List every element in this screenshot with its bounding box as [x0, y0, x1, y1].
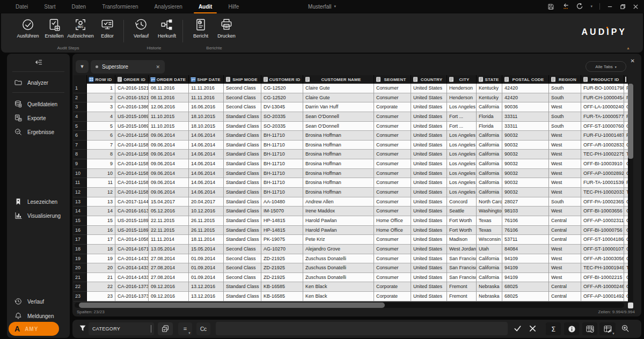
table-cell[interactable]: 09.06.2014: [149, 159, 189, 169]
table-cell[interactable]: 94109: [502, 254, 549, 264]
table-cell[interactable]: Brosina Hoffman: [303, 159, 374, 169]
table-cell[interactable]: Ken Black: [303, 292, 374, 301]
table-cell[interactable]: CA-2014-167164: [115, 245, 149, 254]
table-cell[interactable]: CA-2016-137330: [115, 282, 149, 292]
panel-close-icon[interactable]: ✕: [631, 58, 635, 64]
table-cell[interactable]: 09.12.2016: [149, 282, 189, 292]
table-cell[interactable]: 11: [87, 178, 115, 188]
ribbon-collapse-icon[interactable]: ▲: [626, 46, 630, 50]
table-cell[interactable]: United States: [411, 235, 447, 245]
horizontal-scrollbar[interactable]: [75, 303, 624, 308]
table-cell[interactable]: CA-2016-152156: [115, 84, 149, 93]
table-row[interactable]: 1717CA-2014-10589311.11.201418.11.2014St…: [74, 235, 628, 245]
table-row[interactable]: 77CA-2014-11581209.06.201414.06.2014Stan…: [74, 141, 628, 150]
table-cell[interactable]: Nebraska: [477, 292, 502, 301]
table-cell[interactable]: CA-2014-115812: [115, 188, 149, 197]
print-button[interactable]: Drucken: [214, 18, 239, 43]
redo-options-chevron-icon[interactable]: ▾: [590, 4, 592, 9]
table-cell[interactable]: Fort ...: [447, 122, 477, 131]
tab-superstore[interactable]: Superstore ✕: [91, 60, 165, 73]
sidebar-item-visualisierung[interactable]: Visualisierung: [7, 209, 70, 222]
table-cell[interactable]: United States: [411, 169, 447, 179]
table-cell[interactable]: 08.11.2016: [149, 93, 189, 103]
table-cell[interactable]: United States: [411, 245, 447, 254]
table-cell[interactable]: 12.06.2016: [149, 102, 189, 112]
vertical-scrollbar[interactable]: [628, 84, 633, 301]
table-cell[interactable]: Consumer: [374, 93, 411, 103]
table-cell[interactable]: West: [549, 273, 581, 283]
table-cell[interactable]: OFF-AP-10002311: [581, 216, 624, 226]
table-cell[interactable]: California: [477, 263, 502, 273]
table-cell[interactable]: Standard Class: [224, 282, 261, 292]
table-cell[interactable]: 10: [87, 169, 115, 179]
table-cell[interactable]: 27.08.2014: [149, 254, 189, 264]
table-cell[interactable]: 11.10.2015: [149, 122, 189, 131]
zoom-icon[interactable]: [621, 324, 630, 333]
table-cell[interactable]: 90032: [502, 131, 549, 141]
table-cell[interactable]: California: [477, 102, 502, 112]
table-cell[interactable]: 05.12.2016: [149, 207, 189, 216]
table-cell[interactable]: BH-11710: [261, 169, 303, 179]
table-cell[interactable]: Brosina Hoffman: [303, 169, 374, 179]
table-cell[interactable]: OFF-AP-10002892: [581, 169, 624, 179]
table-cell[interactable]: 28027: [502, 197, 549, 207]
table-cell[interactable]: Zuschuss Donatelli: [303, 263, 374, 273]
table-cell[interactable]: 90036: [502, 102, 549, 112]
table-cell[interactable]: 6: [87, 131, 115, 141]
table-cell[interactable]: United States: [411, 159, 447, 169]
table-cell[interactable]: 09.06.2014: [149, 169, 189, 179]
table-cell[interactable]: TEC-PH-10002275: [581, 150, 624, 159]
table-cell[interactable]: West: [549, 159, 581, 169]
table-cell[interactable]: West: [549, 263, 581, 273]
table-cell[interactable]: West: [549, 141, 581, 150]
table-cell[interactable]: CA-2016-161389: [115, 207, 149, 216]
table-cell[interactable]: Los Angeles: [447, 102, 477, 112]
table-cell[interactable]: Standard Class: [224, 178, 261, 188]
table-cell[interactable]: South: [549, 197, 581, 207]
table-cell[interactable]: Consumer: [374, 254, 411, 264]
table-cell[interactable]: Fort Worth: [447, 226, 477, 235]
table-cell[interactable]: OFF-ST-10004186: [581, 235, 624, 245]
table-cell[interactable]: Standard Class: [224, 226, 261, 235]
record-button[interactable]: REC Aufzeichnen: [68, 18, 93, 43]
table-cell[interactable]: ZD-21925: [261, 254, 303, 264]
table-cell[interactable]: 16: [87, 226, 115, 235]
table-edit-button[interactable]: ▼: [599, 322, 616, 335]
table-cell[interactable]: BH-11710: [261, 150, 303, 159]
table-cell[interactable]: US-2015-118983: [115, 216, 149, 226]
sidebar-item-verlauf[interactable]: Verlauf: [7, 295, 70, 308]
table-cell[interactable]: Consumer: [374, 197, 411, 207]
table-cell[interactable]: Central: [549, 226, 581, 235]
table-cell[interactable]: 14.06.2014: [189, 159, 224, 169]
close-icon[interactable]: [633, 4, 639, 10]
table-cell[interactable]: Consumer: [374, 207, 411, 216]
table-cell[interactable]: 18.11.2014: [189, 235, 224, 245]
table-cell[interactable]: United States: [411, 263, 447, 273]
tab-close-icon[interactable]: ✕: [156, 64, 160, 70]
table-cell[interactable]: 10.12.2016: [189, 207, 224, 216]
table-cell[interactable]: 94109: [502, 273, 549, 283]
table-cell[interactable]: United States: [411, 216, 447, 226]
case-selector[interactable]: Musterfall ▾: [308, 0, 336, 13]
table-cell[interactable]: United States: [411, 84, 447, 93]
table-cell[interactable]: 26.11.2015: [189, 216, 224, 226]
table-cell[interactable]: Ken Black: [303, 282, 374, 292]
table-cell[interactable]: Sean O'Donnell: [303, 122, 374, 131]
table-cell[interactable]: OFF-AR-10002833: [581, 141, 624, 150]
table-cell[interactable]: Consumer: [374, 122, 411, 131]
table-cell[interactable]: Los Angeles: [447, 188, 477, 197]
table-cell[interactable]: FUR-TA-10001539: [581, 178, 624, 188]
table-cell[interactable]: Nebraska: [477, 282, 502, 292]
table-cell[interactable]: California: [477, 188, 502, 197]
menu-item-analysieren[interactable]: Analysieren: [153, 2, 184, 12]
table-cell[interactable]: Los Angeles: [447, 131, 477, 141]
table-cell[interactable]: CA-2014-115812: [115, 150, 149, 159]
sidebar-item-ergebnisse[interactable]: Ergebnisse: [7, 126, 70, 138]
table-cell[interactable]: Standard Class: [224, 169, 261, 179]
table-cell[interactable]: 22.11.2015: [149, 216, 189, 226]
table-cell[interactable]: 9: [87, 159, 115, 169]
table-cell[interactable]: South: [549, 93, 581, 103]
table-cell[interactable]: Standard Class: [224, 159, 261, 169]
table-cell[interactable]: Harold Pawlan: [303, 216, 374, 226]
table-cell[interactable]: Second Class: [224, 84, 261, 93]
